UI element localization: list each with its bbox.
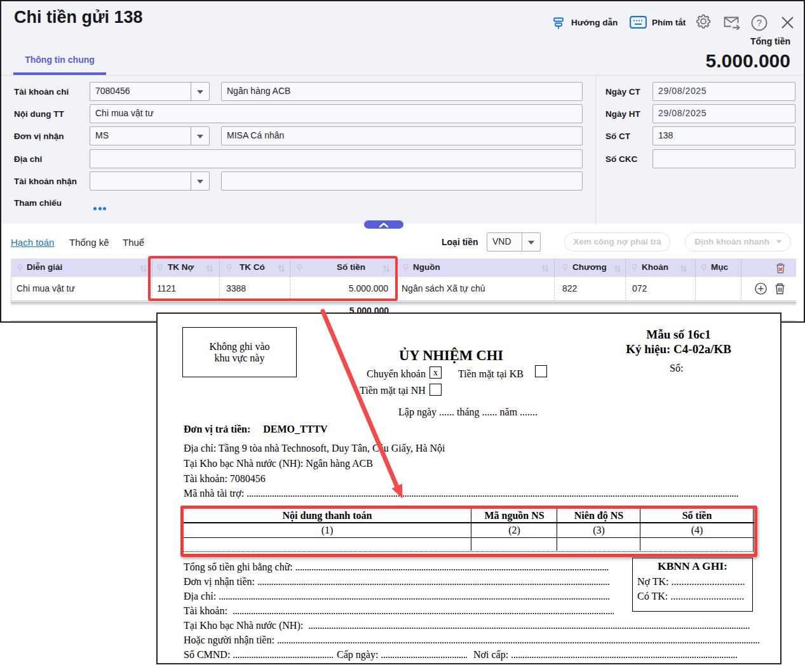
svg-text:?: ?	[757, 17, 762, 28]
